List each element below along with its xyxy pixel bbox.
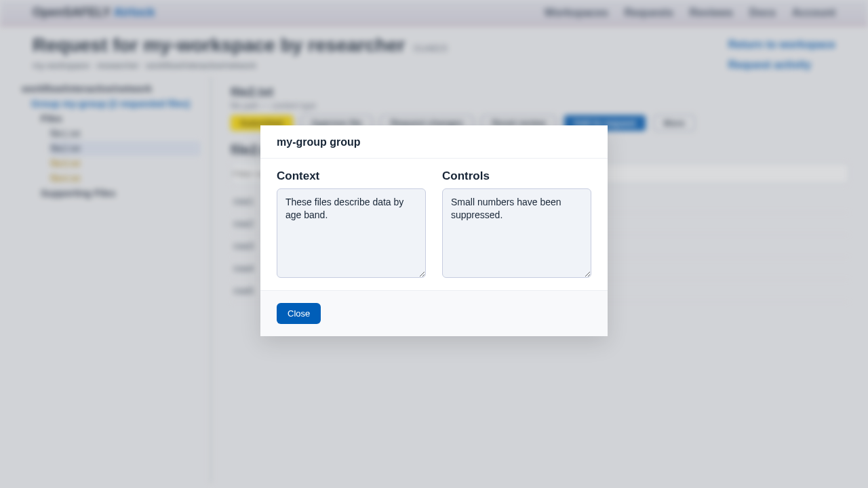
controls-label: Controls xyxy=(442,169,591,183)
modal-footer: Close xyxy=(260,291,608,336)
modal-body: Context Controls xyxy=(260,159,608,291)
context-label: Context xyxy=(277,169,426,183)
controls-field: Controls xyxy=(442,169,591,278)
context-textarea[interactable] xyxy=(277,188,426,278)
context-field: Context xyxy=(277,169,426,278)
modal-title: my-group group xyxy=(260,125,608,159)
close-button[interactable]: Close xyxy=(277,303,321,324)
controls-textarea[interactable] xyxy=(442,188,591,278)
group-context-modal: my-group group Context Controls Close xyxy=(260,125,608,336)
